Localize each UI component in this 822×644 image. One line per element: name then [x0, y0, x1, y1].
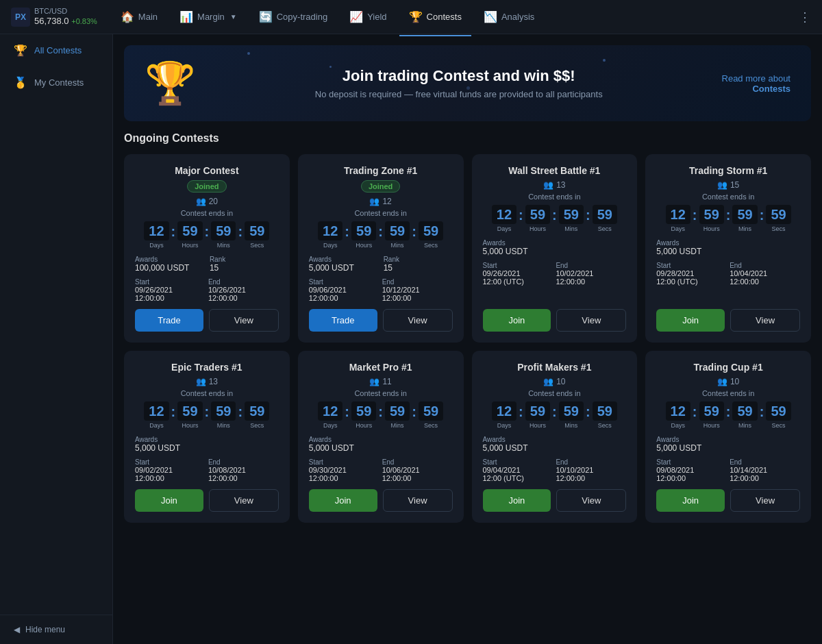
start-time: 12:00 (UTC): [483, 474, 553, 482]
card-title: Wall Street Battle #1: [483, 165, 627, 176]
awards-label: Awards: [135, 256, 204, 263]
view-button[interactable]: View: [383, 309, 453, 332]
secs-block: 59 Secs: [419, 401, 443, 429]
dates-row: Start 09/08/2021 12:00:00 End 10/14/2021…: [656, 458, 800, 482]
start-time: 12:00 (UTC): [656, 277, 727, 286]
price-change: +0.83%: [71, 17, 97, 25]
analysis-icon: 📉: [484, 10, 497, 23]
start-date: 09/04/2021: [483, 466, 553, 474]
dates-row: Start 09/02/2021 12:00:00 End 10/08/2021…: [135, 458, 279, 482]
view-button[interactable]: View: [209, 489, 279, 512]
trade-button[interactable]: Trade: [309, 309, 377, 332]
participants-number: 10: [556, 377, 565, 386]
end-date-cell: End 10/08/2021 12:00:00: [208, 458, 279, 482]
start-date-cell: Start 09/26/2021 12:00:00: [135, 278, 206, 302]
mins-label: Mins: [564, 422, 577, 429]
card-title: Market Pro #1: [309, 362, 453, 373]
join-button[interactable]: Join: [135, 489, 203, 512]
hours-block: 59 Hours: [699, 205, 724, 232]
secs-value: 59: [593, 401, 617, 421]
end-date-cell: End 10/06/2021 12:00:00: [382, 458, 453, 482]
awards-value: 5,000 USDT: [309, 443, 378, 453]
more-menu-button[interactable]: ⋮: [799, 10, 811, 25]
secs-block: 59 Secs: [245, 401, 269, 429]
participants-count: 👥 10: [656, 377, 800, 386]
participants-count: 👥 12: [309, 197, 453, 206]
end-time: 12:00:00: [208, 294, 279, 302]
days-block: 12 Days: [144, 401, 169, 429]
sidebar-item-my-contests[interactable]: 🥇 My Contests: [0, 66, 112, 99]
sidebar: 🏆 All Contests 🥇 My Contests ◀ Hide menu: [0, 34, 113, 644]
separator: :: [760, 208, 764, 230]
hide-menu-button[interactable]: ◀ Hide menu: [0, 615, 112, 644]
days-label: Days: [671, 422, 685, 429]
view-button[interactable]: View: [383, 489, 453, 512]
mins-label: Mins: [217, 422, 230, 429]
join-button[interactable]: Join: [483, 309, 551, 332]
end-date: 10/10/2021: [556, 466, 626, 474]
awards-value: 5,000 USDT: [656, 443, 725, 453]
view-button[interactable]: View: [730, 309, 800, 332]
separator: :: [519, 208, 523, 230]
card-title: Major Contest: [135, 165, 279, 176]
view-button[interactable]: View: [730, 489, 800, 512]
start-date: 09/28/2021: [656, 269, 727, 277]
ends-in-label: Contest ends in: [135, 209, 279, 217]
end-label: End: [208, 278, 279, 286]
contest-card: Market Pro #1 👥 11 Contest ends in 12 Da…: [298, 351, 464, 523]
end-time: 12:00:00: [208, 474, 279, 482]
rank-value: 15: [384, 263, 453, 273]
nav-contests[interactable]: 🏆 Contests: [399, 6, 471, 27]
nav-margin[interactable]: 📊 Margin ▼: [170, 6, 247, 27]
mins-label: Mins: [738, 422, 751, 429]
join-button[interactable]: Join: [656, 489, 725, 512]
end-label: End: [208, 458, 279, 466]
star-decoration: [329, 66, 332, 68]
start-time: 12:00:00: [656, 474, 727, 482]
info-grid: Awards 5,000 USDT Rank 15: [309, 256, 453, 273]
hours-value: 59: [177, 221, 202, 240]
join-button[interactable]: Join: [656, 309, 725, 332]
days-label: Days: [323, 422, 338, 429]
mins-block: 59 Mins: [211, 221, 236, 249]
separator: :: [586, 208, 590, 230]
nav-main[interactable]: 🏠 Main: [111, 6, 167, 27]
separator: :: [171, 404, 176, 427]
view-button[interactable]: View: [209, 309, 279, 332]
dates-row: Start 09/28/2021 12:00 (UTC) End 10/04/2…: [656, 262, 800, 286]
ends-in-label: Contest ends in: [656, 389, 800, 397]
view-button[interactable]: View: [556, 309, 626, 332]
sidebar-item-all-contests[interactable]: 🏆 All Contests: [0, 34, 112, 66]
price-info: BTC/USD 56,738.0 +0.83%: [34, 7, 97, 27]
hours-label: Hours: [530, 422, 546, 429]
separator: :: [378, 224, 383, 247]
nav-copy-trading[interactable]: 🔄 Copy-trading: [249, 6, 337, 27]
nav-yield[interactable]: 📈 Yield: [340, 6, 396, 27]
secs-value: 59: [766, 401, 790, 421]
awards-cell: Awards 5,000 USDT: [656, 239, 725, 256]
separator: :: [693, 208, 697, 230]
participants-number: 20: [209, 197, 218, 206]
info-grid: Awards 5,000 USDT: [656, 239, 800, 256]
days-value: 12: [492, 401, 516, 421]
info-grid: Awards 5,000 USDT: [135, 436, 279, 453]
ends-in-label: Contest ends in: [309, 209, 453, 217]
nav-analysis[interactable]: 📉 Analysis: [474, 6, 544, 27]
nav-items: 🏠 Main 📊 Margin ▼ 🔄 Copy-trading 📈 Yield…: [111, 6, 799, 27]
awards-cell: Awards 5,000 USDT: [309, 256, 378, 273]
star-decoration: [247, 52, 250, 55]
view-button[interactable]: View: [556, 489, 626, 512]
join-button[interactable]: Join: [309, 489, 377, 512]
contests-grid-row1: Major Contest Joined 👥 20 Contest ends i…: [124, 154, 811, 343]
card-title: Epic Traders #1: [135, 362, 279, 373]
awards-label: Awards: [309, 436, 378, 443]
trade-button[interactable]: Trade: [135, 309, 203, 332]
read-more-link[interactable]: Read more about Contests: [722, 73, 790, 94]
start-time: 12:00:00: [309, 474, 379, 482]
hours-label: Hours: [530, 225, 546, 232]
end-date: 10/04/2021: [730, 269, 800, 277]
join-button[interactable]: Join: [483, 489, 551, 512]
logo-area: PX BTC/USD 56,738.0 +0.83%: [11, 7, 97, 27]
participants-icon: 👥: [196, 197, 206, 206]
hours-block: 59 Hours: [351, 221, 376, 249]
